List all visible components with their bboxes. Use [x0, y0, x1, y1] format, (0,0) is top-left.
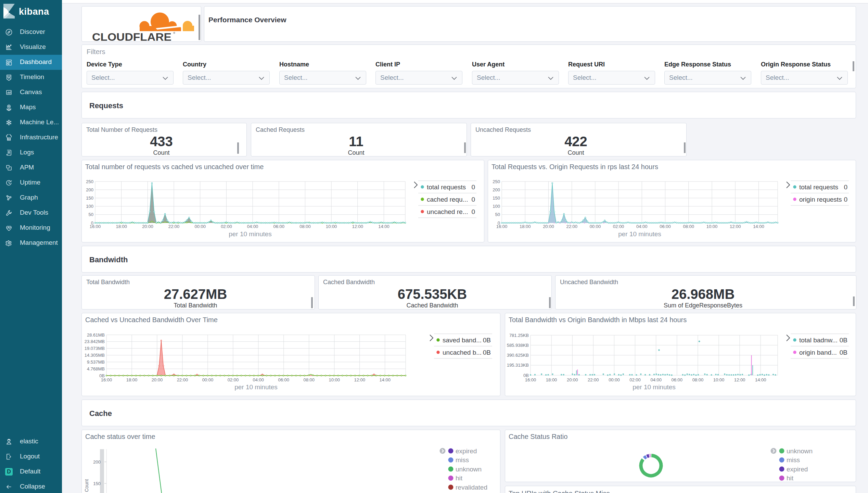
- svg-text:100: 100: [86, 204, 93, 209]
- svg-text:per 10 minutes: per 10 minutes: [633, 383, 676, 391]
- svg-text:00:00: 00:00: [202, 377, 214, 382]
- svg-text:22:00: 22:00: [177, 377, 188, 382]
- svg-text:4.768MB: 4.768MB: [87, 366, 105, 371]
- svg-text:0B: 0B: [840, 337, 847, 344]
- svg-text:®: ®: [173, 31, 175, 35]
- svg-text:total requests: total requests: [427, 184, 466, 191]
- svg-text:02:00: 02:00: [228, 377, 239, 382]
- svg-text:390.625KB: 390.625KB: [507, 353, 529, 358]
- svg-text:20:00: 20:00: [152, 377, 163, 382]
- svg-text:08:00: 08:00: [683, 224, 694, 229]
- svg-text:200: 200: [493, 187, 500, 192]
- svg-text:16:00: 16:00: [90, 224, 101, 229]
- svg-text:0B: 0B: [483, 337, 491, 344]
- svg-text:per 10 minutes: per 10 minutes: [234, 383, 278, 391]
- svg-text:20:00: 20:00: [543, 224, 554, 229]
- svg-text:unknown: unknown: [787, 447, 813, 455]
- svg-text:18:00: 18:00: [126, 377, 138, 382]
- svg-text:06:00: 06:00: [273, 224, 285, 229]
- svg-text:19.073MB: 19.073MB: [85, 346, 105, 351]
- svg-text:150: 150: [86, 195, 93, 201]
- svg-text:per 10 minutes: per 10 minutes: [229, 230, 272, 238]
- svg-text:0: 0: [471, 208, 475, 215]
- svg-text:18:00: 18:00: [116, 224, 127, 229]
- svg-text:origin requests: origin requests: [799, 196, 842, 203]
- svg-text:12:00: 12:00: [730, 224, 741, 229]
- svg-text:per 10 minutes: per 10 minutes: [618, 230, 661, 238]
- svg-text:20:00: 20:00: [567, 377, 578, 382]
- svg-text:250: 250: [86, 179, 93, 184]
- svg-text:uncached b...: uncached b...: [443, 349, 482, 356]
- svg-text:0B: 0B: [483, 349, 491, 356]
- svg-text:revalidated: revalidated: [456, 484, 487, 491]
- svg-text:0B: 0B: [840, 349, 847, 356]
- svg-text:14:00: 14:00: [378, 224, 390, 229]
- svg-text:unknown: unknown: [456, 466, 482, 473]
- svg-text:08:00: 08:00: [692, 377, 704, 382]
- svg-text:uncached re...: uncached re...: [427, 208, 468, 215]
- svg-text:23.842MB: 23.842MB: [85, 339, 105, 344]
- svg-text:miss: miss: [456, 456, 469, 464]
- svg-text:22:00: 22:00: [168, 224, 180, 229]
- svg-text:06:00: 06:00: [672, 377, 683, 382]
- svg-text:50: 50: [89, 212, 93, 217]
- svg-text:200: 200: [93, 459, 101, 465]
- svg-text:16:00: 16:00: [496, 224, 508, 229]
- svg-text:00:00: 00:00: [609, 377, 620, 382]
- svg-text:28.61MB: 28.61MB: [87, 332, 105, 338]
- svg-text:150: 150: [493, 195, 500, 201]
- svg-text:02:00: 02:00: [629, 377, 641, 382]
- svg-text:12:00: 12:00: [354, 377, 365, 382]
- svg-text:expired: expired: [456, 447, 477, 455]
- svg-text:02:00: 02:00: [221, 224, 232, 229]
- svg-text:16:00: 16:00: [525, 377, 536, 382]
- svg-text:06:00: 06:00: [660, 224, 671, 229]
- svg-text:04:00: 04:00: [253, 377, 264, 382]
- svg-text:22:00: 22:00: [588, 377, 599, 382]
- svg-text:18:00: 18:00: [546, 377, 557, 382]
- svg-text:miss: miss: [787, 456, 800, 464]
- svg-text:10:00: 10:00: [329, 377, 340, 382]
- svg-text:cached requ...: cached requ...: [427, 196, 468, 203]
- svg-text:saved band...: saved band...: [443, 337, 482, 344]
- svg-text:18:00: 18:00: [520, 224, 531, 229]
- svg-text:200: 200: [86, 187, 93, 192]
- svg-text:0: 0: [471, 196, 475, 203]
- svg-text:08:00: 08:00: [299, 224, 311, 229]
- svg-text:20:00: 20:00: [142, 224, 153, 229]
- svg-text:10:00: 10:00: [326, 224, 337, 229]
- svg-text:22:00: 22:00: [566, 224, 577, 229]
- svg-text:CLOUDFLARE: CLOUDFLARE: [92, 31, 171, 42]
- svg-text:195.313KB: 195.313KB: [507, 363, 529, 368]
- svg-text:total badnw...: total badnw...: [799, 337, 838, 344]
- svg-text:14.305MB: 14.305MB: [85, 353, 105, 358]
- svg-text:Count: Count: [84, 479, 89, 492]
- svg-text:expired: expired: [787, 466, 808, 473]
- svg-text:04:00: 04:00: [636, 224, 648, 229]
- svg-text:00:00: 00:00: [194, 224, 206, 229]
- svg-text:hit: hit: [787, 475, 794, 482]
- svg-text:14:00: 14:00: [753, 224, 764, 229]
- svg-text:585.938KB: 585.938KB: [507, 343, 529, 348]
- svg-text:0: 0: [471, 184, 475, 191]
- svg-text:9.537MB: 9.537MB: [87, 359, 105, 365]
- svg-text:50: 50: [495, 212, 500, 217]
- svg-text:hit: hit: [456, 475, 463, 482]
- svg-text:12:00: 12:00: [734, 377, 745, 382]
- svg-text:16:00: 16:00: [101, 377, 112, 382]
- svg-text:14:00: 14:00: [755, 377, 766, 382]
- svg-text:04:00: 04:00: [650, 377, 662, 382]
- svg-text:06:00: 06:00: [278, 377, 290, 382]
- svg-text:150: 150: [93, 481, 101, 486]
- svg-text:0: 0: [844, 196, 847, 203]
- svg-text:08:00: 08:00: [304, 377, 315, 382]
- svg-text:02:00: 02:00: [613, 224, 624, 229]
- svg-text:10:00: 10:00: [706, 224, 718, 229]
- svg-text:10:00: 10:00: [713, 377, 725, 382]
- svg-text:00:00: 00:00: [590, 224, 601, 229]
- svg-text:14:00: 14:00: [379, 377, 391, 382]
- svg-text:781.25KB: 781.25KB: [509, 333, 529, 338]
- svg-text:12:00: 12:00: [352, 224, 363, 229]
- svg-text:origin band...: origin band...: [799, 349, 837, 356]
- svg-text:total requests: total requests: [799, 184, 838, 191]
